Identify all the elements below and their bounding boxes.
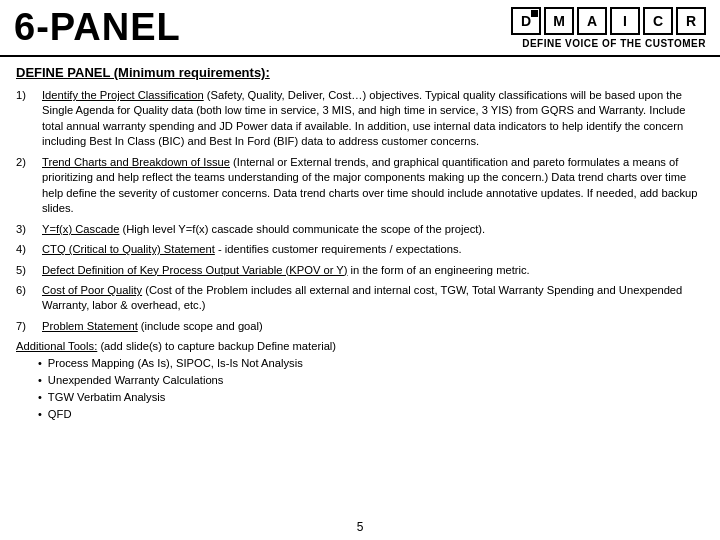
list-item-4: 4) CTQ (Critical to Quality) Statement -… — [16, 242, 704, 257]
bullet-item-1: Process Mapping (As Is), SIPOC, Is-Is No… — [38, 355, 704, 372]
list-item-2: 2) Trend Charts and Breakdown of Issue (… — [16, 155, 704, 217]
list-content-7: Problem Statement (include scope and goa… — [42, 319, 704, 334]
list-content-6: Cost of Poor Quality (Cost of the Proble… — [42, 283, 704, 314]
dmaic-m: M — [544, 7, 574, 35]
list-item-1: 1) Identify the Project Classification (… — [16, 88, 704, 150]
dmaic-c: C — [643, 7, 673, 35]
term-5: Defect Definition of Key Process Output … — [42, 264, 348, 276]
dmaic-a: A — [577, 7, 607, 35]
list-num-1: 1) — [16, 88, 42, 150]
bullet-item-2: Unexpended Warranty Calculations — [38, 372, 704, 389]
term-3: Y=f(x) Cascade — [42, 223, 119, 235]
dmaic-boxes: D 1 M A I C R — [511, 7, 706, 35]
dmaic-r: R — [676, 7, 706, 35]
page-number: 5 — [357, 520, 364, 534]
list-content-1: Identify the Project Classification (Saf… — [42, 88, 704, 150]
term-1: Identify the Project Classification — [42, 89, 204, 101]
list-num-5: 5) — [16, 263, 42, 278]
additional-section: Additional Tools: (add slide(s) to captu… — [16, 340, 704, 422]
term-2: Trend Charts and Breakdown of Issue — [42, 156, 230, 168]
define-panel-list: 1) Identify the Project Classification (… — [16, 88, 704, 334]
dmaic-d-superscript: 1 — [533, 10, 537, 19]
list-content-3: Y=f(x) Cascade (High level Y=f(x) cascad… — [42, 222, 704, 237]
footer: 5 — [0, 520, 720, 534]
bullet-item-4: QFD — [38, 406, 704, 423]
header-right: D 1 M A I C R DEFINE VOICE OF THE CUSTOM… — [511, 7, 706, 49]
dmaic-d: D 1 — [511, 7, 541, 35]
list-num-7: 7) — [16, 319, 42, 334]
list-item-3: 3) Y=f(x) Cascade (High level Y=f(x) cas… — [16, 222, 704, 237]
list-num-4: 4) — [16, 242, 42, 257]
list-content-2: Trend Charts and Breakdown of Issue (Int… — [42, 155, 704, 217]
additional-bullets: Process Mapping (As Is), SIPOC, Is-Is No… — [38, 355, 704, 422]
list-num-6: 6) — [16, 283, 42, 314]
define-panel-title: DEFINE PANEL (Minimum requirements): — [16, 65, 704, 80]
additional-title: Additional Tools: (add slide(s) to captu… — [16, 340, 704, 352]
additional-title-term: Additional Tools: — [16, 340, 97, 352]
page-title: 6-PANEL — [14, 6, 181, 49]
dmaic-i: I — [610, 7, 640, 35]
list-item-7: 7) Problem Statement (include scope and … — [16, 319, 704, 334]
list-item-6: 6) Cost of Poor Quality (Cost of the Pro… — [16, 283, 704, 314]
list-num-3: 3) — [16, 222, 42, 237]
list-content-5: Defect Definition of Key Process Output … — [42, 263, 704, 278]
list-num-2: 2) — [16, 155, 42, 217]
term-6: Cost of Poor Quality — [42, 284, 142, 296]
term-7: Problem Statement — [42, 320, 138, 332]
list-item-5: 5) Defect Definition of Key Process Outp… — [16, 263, 704, 278]
define-voice-label: DEFINE VOICE OF THE CUSTOMER — [522, 38, 706, 49]
header: 6-PANEL D 1 M A I C R DEFINE VOICE OF TH… — [0, 0, 720, 57]
term-4: CTQ (Critical to Quality) Statement — [42, 243, 215, 255]
list-content-4: CTQ (Critical to Quality) Statement - id… — [42, 242, 704, 257]
main-content: DEFINE PANEL (Minimum requirements): 1) … — [0, 57, 720, 429]
dmaic-d-label: D — [521, 13, 531, 29]
bullet-item-3: TGW Verbatim Analysis — [38, 389, 704, 406]
